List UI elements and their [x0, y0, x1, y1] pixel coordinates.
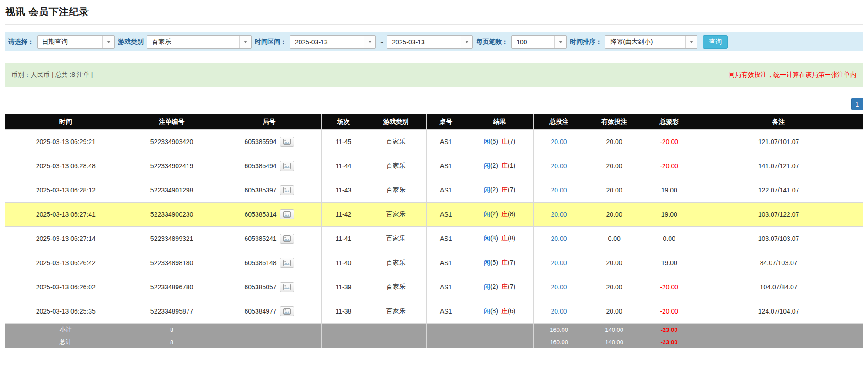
page-size-select[interactable]: 100: [511, 35, 567, 49]
cell-total-bet: 20.00: [534, 251, 584, 275]
table-row[interactable]: 2025-03-13 06:28:12522334901298605385397…: [5, 178, 863, 203]
footer-cell: [365, 336, 426, 348]
summary-bar: 币别：人民币 | 总共 :8 注单 | 同局有效投注，统一计算在该局第一张注单内: [5, 63, 863, 87]
cell-round-id: 605385594: [217, 130, 321, 154]
cell-table-no: AS1: [426, 251, 466, 275]
player-result-score: (5): [490, 259, 498, 266]
cell-round-id: 605385241: [217, 227, 321, 251]
cell-valid-bet: 0.00: [584, 227, 644, 251]
game-type-value: 百家乐: [147, 36, 239, 48]
table-row[interactable]: 2025-03-13 06:28:48522334902419605385494…: [5, 154, 863, 178]
footer-cell: 小计: [5, 324, 127, 336]
view-video-button[interactable]: [280, 209, 294, 219]
total-bet-link[interactable]: 20.00: [551, 259, 567, 267]
column-header: 场次: [321, 114, 365, 130]
total-bet-link[interactable]: 20.00: [551, 138, 567, 145]
video-snapshot-icon: [283, 235, 291, 242]
chevron-down-icon[interactable]: [554, 36, 566, 48]
view-video-button[interactable]: [280, 258, 294, 268]
cell-time: 2025-03-13 06:26:02: [5, 275, 127, 299]
cell-payout: 19.00: [644, 178, 694, 203]
total-bet-link[interactable]: 20.00: [551, 283, 567, 291]
round-id-text: 605385494: [245, 162, 277, 170]
chevron-down-icon[interactable]: [461, 36, 472, 48]
footer-cell: [466, 324, 533, 336]
cell-session: 11-39: [321, 275, 365, 299]
table-row[interactable]: 2025-03-13 06:27:14522334899321605385241…: [5, 227, 863, 251]
total-bet-link[interactable]: 20.00: [551, 162, 567, 170]
cell-payout: -20.00: [644, 299, 694, 324]
player-result-label: 闲: [484, 235, 490, 242]
search-button[interactable]: 查询: [703, 35, 728, 49]
date-from-value: 2025-03-13: [290, 36, 364, 48]
date-from-select[interactable]: 2025-03-13: [290, 35, 376, 49]
table-footer: 小计8160.00140.00-23.00总计8160.00140.00-23.…: [5, 324, 863, 348]
page: 视讯 会员下注纪录 请选择： 日期查询 游戏类别 百家乐 时间区间： 2025-…: [0, 0, 868, 348]
column-header: 结果: [466, 114, 533, 130]
chevron-down-icon[interactable]: [685, 36, 697, 48]
date-range-label: 时间区间：: [255, 38, 287, 46]
cell-valid-bet: 20.00: [584, 203, 644, 227]
view-video-button[interactable]: [280, 306, 294, 316]
table-row[interactable]: 2025-03-13 06:27:41522334900230605385314…: [5, 203, 863, 227]
chevron-down-icon[interactable]: [102, 36, 114, 48]
cell-result: 闲(2)庄(8): [466, 203, 533, 227]
footer-cell: -23.00: [644, 336, 694, 348]
footer-cell: [321, 336, 365, 348]
cell-session: 11-42: [321, 203, 365, 227]
sort-order-select[interactable]: 降幂(由大到小): [605, 35, 697, 49]
page-button[interactable]: 1: [851, 98, 863, 110]
round-id-text: 605385314: [245, 211, 277, 218]
cell-total-bet: 20.00: [534, 154, 584, 178]
footer-cell: 160.00: [534, 324, 584, 336]
table-row[interactable]: 2025-03-13 06:26:42522334898180605385148…: [5, 251, 863, 275]
total-bet-link[interactable]: 20.00: [551, 235, 567, 242]
cell-remark: 124.07/104.07: [694, 299, 863, 324]
chevron-down-icon[interactable]: [239, 36, 251, 48]
cell-remark: 103.07/103.07: [694, 227, 863, 251]
footer-cell: [466, 336, 533, 348]
page-size-label: 每页笔数：: [476, 38, 508, 46]
video-snapshot-icon: [283, 139, 291, 145]
column-header: 局号: [217, 114, 321, 130]
table-row[interactable]: 2025-03-13 06:26:02522334896780605385057…: [5, 275, 863, 299]
cell-game-type: 百家乐: [365, 203, 426, 227]
game-type-select[interactable]: 百家乐: [147, 35, 252, 49]
cell-result: 闲(8)庄(6): [466, 299, 533, 324]
total-bet-link[interactable]: 20.00: [551, 187, 567, 194]
table-row[interactable]: 2025-03-13 06:25:35522334895877605384977…: [5, 299, 863, 324]
cell-session: 11-45: [321, 130, 365, 154]
round-id-group: 605385594: [245, 137, 294, 147]
view-video-button[interactable]: [280, 161, 294, 171]
total-bet-link[interactable]: 20.00: [551, 211, 567, 218]
cell-game-type: 百家乐: [365, 251, 426, 275]
cell-round-id: 605385148: [217, 251, 321, 275]
cell-total-bet: 20.00: [534, 275, 584, 299]
column-header: 注单编号: [127, 114, 217, 130]
video-snapshot-icon: [283, 308, 291, 315]
cell-valid-bet: 20.00: [584, 251, 644, 275]
chevron-down-icon[interactable]: [364, 36, 375, 48]
footer-cell: [321, 324, 365, 336]
table-header-row: 时间注单编号局号场次游戏类别桌号结果总投注有效投注总派彩备注: [5, 114, 863, 130]
cell-time: 2025-03-13 06:26:42: [5, 251, 127, 275]
view-video-button[interactable]: [280, 282, 294, 292]
total-bet-link[interactable]: 20.00: [551, 308, 567, 315]
footer-cell: [217, 336, 321, 348]
cell-remark: 122.07/141.07: [694, 178, 863, 203]
query-type-select[interactable]: 日期查询: [37, 35, 115, 49]
cell-bet-id: 522334901298: [127, 178, 217, 203]
cell-result: 闲(2)庄(7): [466, 275, 533, 299]
round-id-group: 605385397: [245, 185, 294, 195]
date-to-select[interactable]: 2025-03-13: [387, 35, 473, 49]
title-bar: 视讯 会员下注纪录: [5, 0, 863, 25]
footer-cell: [694, 336, 863, 348]
view-video-button[interactable]: [280, 185, 294, 195]
footer-cell: [217, 324, 321, 336]
view-video-button[interactable]: [280, 137, 294, 147]
cell-total-bet: 20.00: [534, 130, 584, 154]
table-row[interactable]: 2025-03-13 06:29:21522334903420605385594…: [5, 130, 863, 154]
view-video-button[interactable]: [280, 234, 294, 244]
banker-result-score: (1): [508, 162, 515, 169]
cell-remark: 141.07/121.07: [694, 154, 863, 178]
